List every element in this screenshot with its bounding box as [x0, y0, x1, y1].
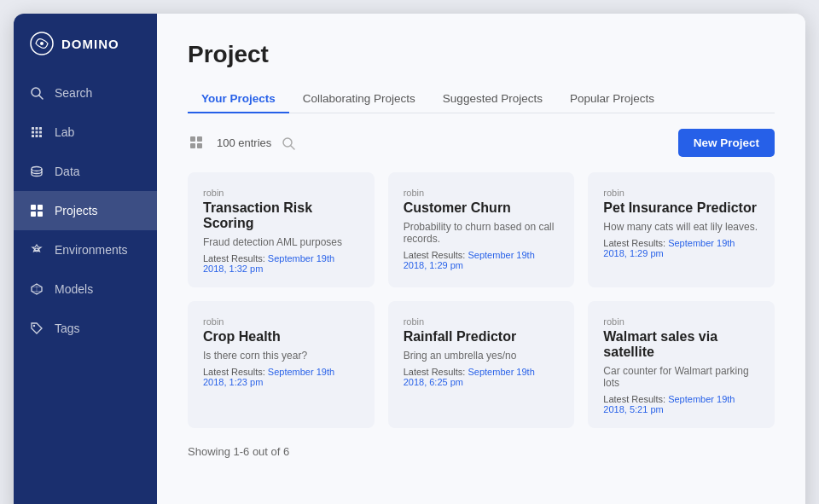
card-author: robin: [603, 316, 759, 327]
project-card[interactable]: robin Rainfall Predictor Bring an umbrel…: [388, 301, 575, 428]
projects-grid: robin Transaction Risk Scoring Fraud det…: [188, 172, 775, 428]
sidebar-item-projects[interactable]: Projects: [14, 191, 157, 230]
card-author: robin: [404, 316, 560, 327]
svg-rect-12: [39, 135, 42, 137]
card-title: Crop Health: [203, 329, 359, 345]
card-description: Is there corn this year?: [203, 350, 359, 362]
tab-your-projects[interactable]: Your Projects: [188, 85, 289, 113]
card-latest-results: Latest Results: September 19th 2018, 1:3…: [203, 253, 359, 274]
sidebar: DOMINO Search: [14, 14, 157, 504]
card-latest-results: Latest Results: September 19th 2018, 1:2…: [603, 238, 759, 258]
card-latest-date: September 19th 2018, 6:25 pm: [404, 367, 535, 387]
card-latest-results: Latest Results: September 19th 2018, 5:2…: [603, 394, 759, 414]
page-title: Project: [188, 41, 775, 68]
card-latest-date: September 19th 2018, 1:32 pm: [203, 253, 334, 274]
sidebar-item-search-label: Search: [55, 86, 92, 100]
card-title: Walmart sales via satellite: [603, 329, 759, 360]
lab-icon: [29, 125, 44, 140]
main-content: Project Your Projects Collaborating Proj…: [157, 14, 805, 504]
tab-collaborating[interactable]: Collaborating Projects: [289, 85, 429, 113]
svg-rect-6: [39, 127, 42, 130]
logo-text: DOMINO: [61, 37, 119, 51]
toolbar: 100 entries New Project: [188, 129, 775, 157]
card-author: robin: [603, 188, 759, 198]
data-icon: [29, 164, 44, 179]
tags-icon: [29, 321, 44, 336]
card-latest-results: Latest Results: September 19th 2018, 1:2…: [404, 250, 560, 270]
svg-rect-7: [32, 131, 34, 134]
svg-rect-4: [32, 127, 34, 130]
sidebar-item-environments[interactable]: Environments: [14, 230, 157, 269]
domino-logo-icon: [29, 31, 55, 56]
svg-rect-8: [36, 131, 38, 134]
toolbar-left: 100 entries: [188, 134, 295, 153]
svg-rect-14: [31, 205, 36, 210]
svg-rect-22: [190, 143, 195, 148]
card-title: Transaction Risk Scoring: [203, 200, 359, 231]
card-title: Rainfall Predictor: [404, 329, 560, 345]
tab-suggested[interactable]: Suggested Projects: [429, 85, 556, 113]
svg-rect-5: [36, 127, 38, 130]
sidebar-logo: DOMINO: [14, 14, 157, 73]
new-project-button[interactable]: New Project: [678, 129, 775, 157]
sidebar-navigation: Search Lab: [14, 73, 157, 348]
svg-rect-20: [190, 136, 195, 142]
svg-rect-11: [36, 135, 38, 137]
card-latest-date: September 19th 2018, 1:29 pm: [404, 250, 535, 270]
svg-point-19: [33, 325, 35, 327]
grid-view-button[interactable]: [188, 134, 206, 153]
project-card[interactable]: robin Pet Insurance Predictor How many c…: [588, 172, 775, 287]
card-description: How many cats will eat lily leaves.: [603, 221, 759, 233]
projects-icon: [29, 203, 44, 218]
card-author: robin: [404, 188, 560, 198]
project-card[interactable]: robin Walmart sales via satellite Car co…: [588, 301, 775, 428]
project-card[interactable]: robin Transaction Risk Scoring Fraud det…: [188, 172, 375, 287]
models-icon: [29, 281, 44, 297]
environments-icon: [29, 242, 44, 258]
card-latest-date: September 19th 2018, 5:21 pm: [603, 394, 735, 414]
svg-point-13: [32, 167, 42, 171]
search-icon: [29, 85, 44, 101]
showing-label: Showing 1-6 out of 6: [188, 445, 775, 458]
svg-rect-16: [31, 211, 36, 217]
search-button[interactable]: [282, 136, 295, 150]
svg-rect-9: [39, 131, 42, 134]
svg-rect-23: [197, 143, 202, 148]
sidebar-item-projects-label: Projects: [55, 204, 98, 217]
card-author: robin: [203, 188, 359, 198]
sidebar-item-lab[interactable]: Lab: [14, 113, 157, 152]
card-latest-date: September 19th 2018, 1:23 pm: [203, 367, 334, 387]
entries-count: 100 entries: [217, 136, 271, 149]
svg-rect-21: [197, 136, 202, 142]
svg-rect-17: [38, 211, 43, 217]
sidebar-item-data[interactable]: Data: [14, 152, 157, 191]
svg-rect-15: [38, 205, 43, 210]
card-author: robin: [203, 316, 359, 327]
card-description: Bring an umbrella yes/no: [404, 350, 560, 362]
svg-rect-10: [32, 135, 34, 137]
project-tabs: Your Projects Collaborating Projects Sug…: [188, 85, 775, 113]
sidebar-item-data-label: Data: [55, 165, 80, 178]
project-card[interactable]: robin Customer Churn Probability to chur…: [388, 172, 575, 287]
tab-popular[interactable]: Popular Projects: [556, 85, 668, 113]
sidebar-item-models-label: Models: [55, 282, 93, 296]
card-description: Fraud detection AML purposes: [203, 236, 359, 248]
project-card[interactable]: robin Crop Health Is there corn this yea…: [188, 301, 375, 428]
card-latest-results: Latest Results: September 19th 2018, 6:2…: [404, 367, 560, 387]
app-window: DOMINO Search: [14, 14, 805, 504]
svg-line-3: [39, 96, 43, 99]
svg-point-1: [40, 42, 44, 45]
card-title: Customer Churn: [404, 200, 560, 216]
card-latest-results: Latest Results: September 19th 2018, 1:2…: [203, 367, 359, 387]
sidebar-item-lab-label: Lab: [55, 125, 74, 139]
sidebar-item-environments-label: Environments: [55, 243, 128, 257]
sidebar-item-tags-label: Tags: [55, 322, 80, 335]
sidebar-item-search[interactable]: Search: [14, 73, 157, 113]
card-title: Pet Insurance Predictor: [603, 200, 759, 216]
svg-line-25: [291, 146, 294, 149]
sidebar-item-tags[interactable]: Tags: [14, 309, 157, 348]
card-description: Car counter for Walmart parking lots: [603, 365, 759, 389]
card-latest-date: September 19th 2018, 1:29 pm: [603, 238, 735, 258]
card-description: Probability to churn based on call recor…: [404, 221, 560, 245]
sidebar-item-models[interactable]: Models: [14, 269, 157, 309]
